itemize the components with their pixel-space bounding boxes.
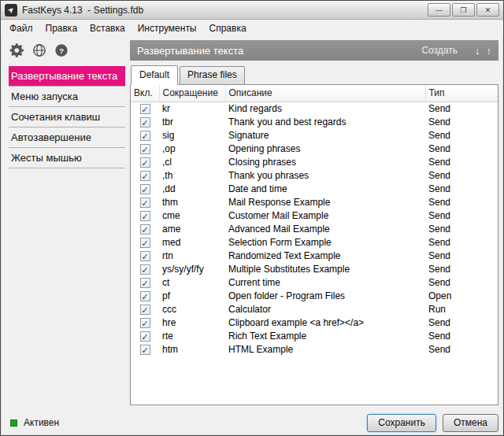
menu-item-4[interactable]: Справка (203, 21, 253, 35)
cell-description: Opening phrases (225, 142, 425, 155)
sidebar-item-0[interactable]: Развертывание текста (9, 66, 125, 87)
cell-abbreviation: rte (159, 329, 225, 342)
help-icon[interactable]: ? (53, 42, 70, 59)
sidebar-item-3[interactable]: Автозавершение (9, 127, 125, 148)
sidebar-item-1[interactable]: Меню запуска (9, 87, 125, 107)
language-globe-icon[interactable] (31, 42, 48, 59)
table-row[interactable]: ✓cccCalculatorRun (131, 302, 498, 316)
row-enabled-checkbox[interactable]: ✓ (140, 305, 150, 315)
row-enabled-checkbox[interactable]: ✓ (140, 131, 150, 141)
cell-type: Send (425, 155, 498, 168)
menu-item-1[interactable]: Правка (39, 21, 84, 35)
table-row[interactable]: ✓pfOpen folder - Program FilesOpen (131, 289, 498, 302)
row-enabled-checkbox[interactable]: ✓ (140, 157, 150, 168)
row-enabled-checkbox[interactable]: ✓ (140, 211, 150, 221)
table-row[interactable]: ✓,thThank you phrasesSend (131, 168, 498, 182)
cell-description: Calculator (225, 302, 425, 316)
create-button[interactable]: Создать (421, 45, 458, 56)
cell-type: Send (425, 342, 498, 356)
cell-enabled: ✓ (131, 155, 159, 168)
column-header-abbreviation[interactable]: Сокращение (159, 85, 225, 102)
table-row[interactable]: ✓,ddDate and timeSend (131, 182, 498, 195)
row-enabled-checkbox[interactable]: ✓ (140, 331, 150, 342)
row-enabled-checkbox[interactable]: ✓ (140, 144, 150, 154)
cell-description: Signature (225, 128, 425, 142)
table-row[interactable]: ✓thmMail Response ExampleSend (131, 195, 498, 209)
cell-type: Send (425, 168, 498, 182)
table-row[interactable]: ✓medSelection Form ExampleSend (131, 235, 498, 249)
table-row[interactable]: ✓,opOpening phrasesSend (131, 142, 498, 155)
sidebar-item-4[interactable]: Жесты мышью (9, 148, 125, 168)
row-enabled-checkbox[interactable]: ✓ (140, 251, 150, 261)
row-enabled-checkbox[interactable]: ✓ (140, 345, 150, 355)
row-enabled-checkbox[interactable]: ✓ (140, 171, 150, 181)
row-enabled-checkbox[interactable]: ✓ (140, 291, 150, 301)
maximize-button[interactable]: ❐ (452, 3, 475, 17)
cell-description: Clipboard example <a href></a> (225, 316, 425, 329)
menu-bar: ФайлПравкаВставкаИнструментыСправка (1, 20, 503, 36)
row-enabled-checkbox[interactable]: ✓ (140, 198, 150, 208)
move-down-icon[interactable]: ↓ (475, 45, 480, 57)
title-bar[interactable]: ➤ FastKeys 4.13 - Settings.fdb — ❐ ✕ (1, 1, 503, 20)
table-row[interactable]: ✓ys/sy/yf/fyMultiple Substitutes Example… (131, 262, 498, 275)
menu-item-3[interactable]: Инструменты (132, 21, 203, 35)
menu-item-2[interactable]: Вставка (83, 21, 132, 35)
cell-enabled: ✓ (131, 235, 159, 249)
table-row[interactable]: ✓,clClosing phrasesSend (131, 155, 498, 168)
cell-abbreviation: sig (159, 128, 225, 142)
cell-description: Advanced Mail Example (225, 222, 425, 235)
row-enabled-checkbox[interactable]: ✓ (140, 117, 150, 127)
row-enabled-checkbox[interactable]: ✓ (140, 318, 150, 328)
table-row[interactable]: ✓hreClipboard example <a href></a>Send (131, 316, 498, 329)
settings-gear-icon[interactable] (9, 42, 26, 59)
row-enabled-checkbox[interactable]: ✓ (140, 264, 150, 275)
fastkeys-window: ➤ FastKeys 4.13 - Settings.fdb — ❐ ✕ Фай… (0, 0, 504, 436)
move-up-icon[interactable]: ↑ (487, 45, 492, 57)
cell-description: Mail Response Example (225, 195, 425, 209)
cell-type: Send (425, 128, 498, 142)
column-header-type[interactable]: Тип (425, 85, 498, 102)
sidebar-item-2[interactable]: Сочетания клавиш (9, 107, 125, 127)
column-header-description[interactable]: Описание (225, 85, 425, 102)
row-enabled-checkbox[interactable]: ✓ (140, 224, 150, 235)
cell-enabled: ✓ (131, 182, 159, 195)
cell-abbreviation: ccc (159, 302, 225, 316)
minimize-button[interactable]: — (428, 3, 450, 17)
cell-abbreviation: ,dd (159, 182, 225, 195)
save-button[interactable]: Сохранить (367, 414, 436, 432)
table-row[interactable]: ✓rteRich Text ExampleSend (131, 329, 498, 342)
cell-enabled: ✓ (131, 168, 159, 182)
cell-type: Send (425, 195, 498, 209)
tab-default[interactable]: Default (131, 65, 178, 85)
cell-abbreviation: thm (159, 195, 225, 209)
table-row[interactable]: ✓htmHTML ExampleSend (131, 342, 498, 356)
row-enabled-checkbox[interactable]: ✓ (140, 104, 150, 114)
column-header-enabled[interactable]: Вкл. (131, 85, 159, 102)
table-row[interactable]: ✓cmeCustomer Mail ExampleSend (131, 209, 498, 222)
cell-description: Randomized Text Example (225, 249, 425, 262)
tab-phrase-files[interactable]: Phrase files (180, 66, 245, 85)
table-row[interactable]: ✓tbrThank you and best regardsSend (131, 115, 498, 128)
cell-type: Open (425, 289, 498, 302)
cell-type: Send (425, 222, 498, 235)
close-button[interactable]: ✕ (476, 3, 499, 17)
cell-description: Customer Mail Example (225, 209, 425, 222)
cell-enabled: ✓ (131, 302, 159, 316)
cell-enabled: ✓ (131, 209, 159, 222)
cancel-button[interactable]: Отмена (443, 414, 498, 432)
table-row[interactable]: ✓sigSignatureSend (131, 128, 498, 142)
expansion-table: Вкл. Сокращение Описание Тип ✓krKind reg… (131, 85, 498, 356)
table-row[interactable]: ✓krKind regardsSend (131, 102, 498, 115)
row-enabled-checkbox[interactable]: ✓ (140, 238, 150, 248)
table-row[interactable]: ✓rtnRandomized Text ExampleSend (131, 249, 498, 262)
cell-description: Open folder - Program Files (225, 289, 425, 302)
cell-description: Multiple Substitutes Example (225, 262, 425, 275)
table-row[interactable]: ✓ameAdvanced Mail ExampleSend (131, 222, 498, 235)
active-status-indicator (10, 419, 17, 427)
window-title: FastKeys 4.13 - Settings.fdb (22, 5, 428, 16)
cell-enabled: ✓ (131, 329, 159, 342)
row-enabled-checkbox[interactable]: ✓ (140, 184, 150, 194)
row-enabled-checkbox[interactable]: ✓ (140, 278, 150, 288)
menu-item-0[interactable]: Файл (3, 21, 39, 35)
table-row[interactable]: ✓ctCurrent timeSend (131, 275, 498, 289)
